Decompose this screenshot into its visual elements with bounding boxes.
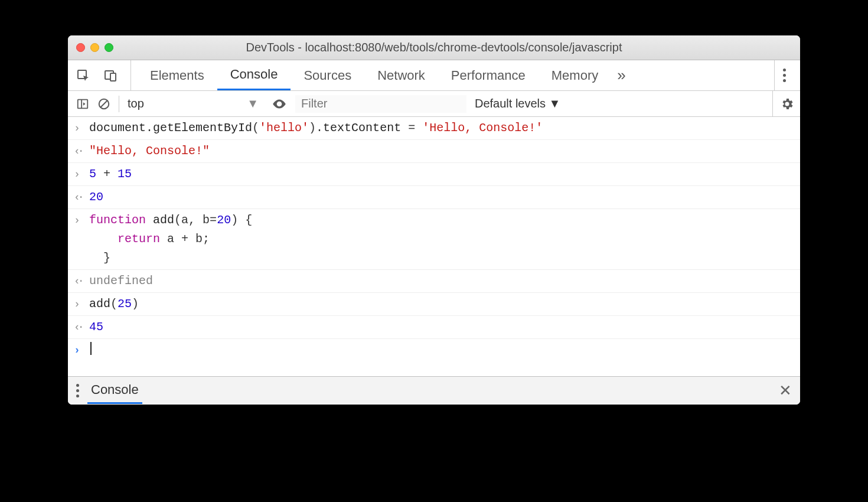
minimize-window-button[interactable]: [90, 43, 99, 52]
tab-performance[interactable]: Performance: [438, 60, 539, 90]
console-input-row: function add(a, b=20) { return a + b; }: [68, 209, 800, 270]
dropdown-icon: ▼: [247, 97, 259, 110]
console-output-row: "Hello, Console!": [68, 140, 800, 163]
inspect-element-icon[interactable]: [76, 69, 90, 83]
tab-memory[interactable]: Memory: [539, 60, 611, 90]
tab-network[interactable]: Network: [364, 60, 438, 90]
console-output-row: 45: [68, 316, 800, 339]
tabs-overflow-button[interactable]: »: [617, 66, 625, 84]
close-window-button[interactable]: [76, 43, 85, 52]
input-marker-icon: [74, 119, 89, 137]
execution-context-select[interactable]: top ▼: [128, 97, 263, 110]
titlebar: DevTools - localhost:8080/web/tools/chro…: [68, 35, 800, 60]
drawer-menu-icon[interactable]: [76, 384, 79, 397]
log-levels-label: Default levels ▼: [475, 97, 560, 110]
drawer-close-icon[interactable]: ✕: [779, 382, 792, 400]
console-output-row: undefined: [68, 270, 800, 293]
console-prompt-input[interactable]: [89, 341, 797, 360]
output-marker-icon: [74, 272, 89, 290]
console-code: 20: [89, 188, 797, 207]
svg-rect-2: [110, 73, 116, 81]
svg-point-7: [278, 102, 280, 105]
toggle-sidebar-icon[interactable]: [76, 97, 89, 110]
filter-input[interactable]: [295, 95, 466, 113]
settings-menu-icon[interactable]: [783, 69, 786, 82]
console-toolbar: top ▼ Default levels ▼: [68, 91, 800, 117]
svg-line-6: [101, 100, 107, 107]
tab-sources[interactable]: Sources: [291, 60, 364, 90]
tab-elements[interactable]: Elements: [137, 60, 217, 90]
console-code: function add(a, b=20) { return a + b; }: [89, 211, 797, 268]
console-output[interactable]: document.getElementById('hello').textCon…: [68, 117, 800, 376]
main-tabbar: ElementsConsoleSourcesNetworkPerformance…: [68, 60, 800, 91]
log-levels-select[interactable]: Default levels ▼: [475, 97, 560, 110]
console-code: undefined: [89, 272, 797, 291]
devtools-window: DevTools - localhost:8080/web/tools/chro…: [68, 35, 800, 405]
window-title: DevTools - localhost:8080/web/tools/chro…: [68, 41, 800, 54]
execution-context-label: top: [128, 97, 144, 110]
drawer-tab-console[interactable]: Console: [87, 377, 142, 404]
live-expression-icon[interactable]: [272, 96, 287, 112]
input-marker-icon: [74, 211, 89, 229]
console-input-row: 5 + 15: [68, 163, 800, 186]
console-input-row: document.getElementById('hello').textCon…: [68, 117, 800, 140]
output-marker-icon: [74, 188, 89, 206]
window-controls: [76, 43, 113, 52]
console-input-row: add(25): [68, 293, 800, 316]
input-marker-icon: [74, 165, 89, 183]
console-settings-icon[interactable]: [780, 97, 794, 111]
console-code: document.getElementById('hello').textCon…: [89, 119, 797, 138]
prompt-marker-icon: [74, 341, 89, 359]
device-toolbar-icon[interactable]: [103, 69, 118, 83]
output-marker-icon: [74, 318, 89, 336]
console-code: add(25): [89, 295, 797, 314]
console-output-row: 20: [68, 186, 800, 209]
drawer: Console ✕: [68, 376, 800, 405]
output-marker-icon: [74, 142, 89, 160]
console-code: "Hello, Console!": [89, 142, 797, 161]
console-prompt-row[interactable]: [68, 339, 800, 361]
console-code: 5 + 15: [89, 165, 797, 184]
input-marker-icon: [74, 295, 89, 313]
tab-console[interactable]: Console: [217, 60, 291, 90]
clear-console-icon[interactable]: [97, 97, 110, 110]
zoom-window-button[interactable]: [105, 43, 113, 52]
console-code: 45: [89, 318, 797, 337]
svg-rect-3: [78, 99, 88, 108]
drawer-tab-label: Console: [91, 382, 139, 397]
